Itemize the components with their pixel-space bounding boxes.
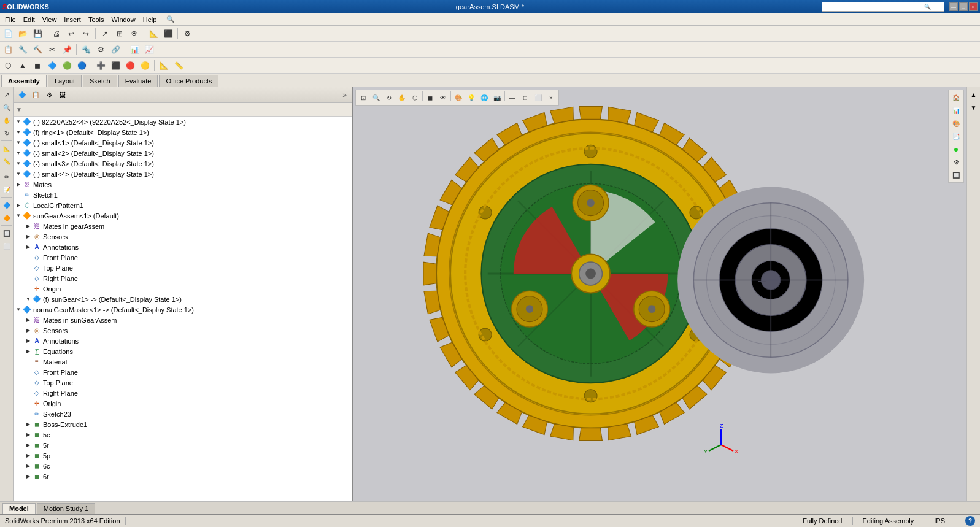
tree-toggle[interactable]: ▼ <box>15 150 22 156</box>
lt-select[interactable]: ↗ <box>1 88 13 101</box>
lt-assem[interactable]: 🔶 <box>1 212 13 224</box>
t2-btn6[interactable]: 🔩 <box>79 43 93 56</box>
vp-max[interactable]: ⬜ <box>532 91 544 104</box>
t3-btn7[interactable]: ➕ <box>94 59 107 72</box>
vp-restore[interactable]: □ <box>519 91 531 104</box>
menu-edit[interactable]: Edit <box>20 15 39 25</box>
vp-scene[interactable]: 🌐 <box>478 91 490 104</box>
tree-toggle[interactable]: ▼ <box>15 119 22 125</box>
t2-btn5[interactable]: 📌 <box>60 43 74 56</box>
menu-tools[interactable]: Tools <box>85 15 108 25</box>
rp-btn1[interactable]: ▲ <box>968 88 980 101</box>
tab-assembly[interactable]: Assembly <box>1 75 47 87</box>
t3-btn2[interactable]: ▲ <box>16 59 29 72</box>
minimize-button[interactable]: — <box>949 2 958 11</box>
t2-btn3[interactable]: 🔨 <box>31 43 44 56</box>
t3-btn6[interactable]: 🔵 <box>75 59 88 72</box>
tree-toggle[interactable]: ▶ <box>25 244 32 250</box>
toolbar-save[interactable]: 💾 <box>31 27 44 40</box>
tree-collapse[interactable]: » <box>340 91 349 99</box>
tree-item[interactable]: ✏ Sketch1 <box>14 190 352 200</box>
tab-office-products[interactable]: Office Products <box>159 75 218 87</box>
tree-item[interactable]: ▶ ∑ Equations <box>14 346 352 356</box>
tab-layout[interactable]: Layout <box>48 75 82 87</box>
toolbar-view[interactable]: 👁 <box>128 27 141 40</box>
tree-item[interactable]: ▶ ⛓ Mates in gearAssem <box>14 221 352 231</box>
tree-item[interactable]: ▶ ◼ 5p <box>14 450 352 461</box>
tree-item[interactable]: ✛ Origin <box>14 398 352 409</box>
menu-search-icon[interactable]: 🔍 <box>163 14 179 25</box>
lt-show[interactable]: ⬜ <box>1 240 13 252</box>
restore-button[interactable]: □ <box>959 2 968 11</box>
tree-item[interactable]: ◇ Front Plane <box>14 367 352 377</box>
lt-sketch[interactable]: ✏ <box>1 171 13 183</box>
tree-toggle[interactable]: ▶ <box>25 421 32 427</box>
tree-item[interactable]: ▼ 🔷 normalGearMaster<1> -> (Default<_Dis… <box>14 304 352 315</box>
search-input[interactable]: Search Commands <box>825 4 923 10</box>
toolbar-new[interactable]: 📄 <box>1 27 15 40</box>
tree-toggle[interactable]: ▶ <box>25 442 32 448</box>
tree-item[interactable]: ▶ ⛓ Mates in sunGearAssem <box>14 315 352 325</box>
tree-item[interactable]: ▼ 🔷 (-) small<1> (Default<_Display State… <box>14 137 352 148</box>
toolbar-select[interactable]: ↗ <box>98 27 112 40</box>
tree-item[interactable]: ▶ ◎ Sensors <box>14 231 352 242</box>
t3-btn4[interactable]: 🔷 <box>45 59 59 72</box>
tree-toggle[interactable]: ▶ <box>25 348 32 354</box>
vpr-chart[interactable]: 📊 <box>950 104 962 117</box>
toolbar-smart-dim[interactable]: ⬛ <box>161 27 175 40</box>
vp-zoom-to-fit[interactable]: ⊡ <box>357 91 369 104</box>
t3-btn1[interactable]: ⬡ <box>1 59 15 72</box>
tree-item[interactable]: ▶ ◼ Boss-Extrude1 <box>14 419 352 429</box>
toolbar-undo[interactable]: ↩ <box>64 27 78 40</box>
t3-btn3[interactable]: ◼ <box>31 59 44 72</box>
tree-item[interactable]: ▶ ⛓ Mates <box>14 179 352 190</box>
tab-sketch[interactable]: Sketch <box>83 75 117 87</box>
tree-hbtn-props[interactable]: 📋 <box>29 90 42 101</box>
tree-toggle[interactable]: ▶ <box>25 328 32 333</box>
vpr-home[interactable]: 🏠 <box>950 91 962 104</box>
lt-measure[interactable]: 📏 <box>1 155 13 167</box>
vpr-ref[interactable]: 🔲 <box>950 169 962 181</box>
tree-item[interactable]: ✏ Sketch23 <box>14 409 352 419</box>
menu-view[interactable]: View <box>39 15 61 25</box>
tree-item[interactable]: ▼ 🔷 (-) small<4> (Default<_Display State… <box>14 169 352 179</box>
tree-toggle[interactable]: ▶ <box>25 317 32 323</box>
tree-item[interactable]: ▼ 🔷 (-) small<2> (Default<_Display State… <box>14 148 352 158</box>
tree-item[interactable]: ▶ ◎ Sensors <box>14 325 352 336</box>
menu-help[interactable]: Help <box>139 15 161 25</box>
vp-rotate[interactable]: ↻ <box>383 91 395 104</box>
t2-btn2[interactable]: 🔧 <box>16 43 29 56</box>
tree-item[interactable]: ✛ Origin <box>14 283 352 294</box>
tree-toggle[interactable]: ▼ <box>15 213 22 218</box>
toolbar-redo[interactable]: ↪ <box>79 27 93 40</box>
vp-pan[interactable]: ✋ <box>396 91 408 104</box>
tree-toggle[interactable]: ▶ <box>15 182 22 187</box>
toolbar-print[interactable]: 🖨 <box>50 27 63 40</box>
lt-rotate[interactable]: ↻ <box>1 127 13 139</box>
vpr-color[interactable]: ● <box>950 143 962 155</box>
lt-note[interactable]: 📝 <box>1 183 13 196</box>
tree-toggle[interactable]: ▶ <box>25 463 32 469</box>
tree-toggle[interactable]: ▶ <box>25 338 32 344</box>
toolbar-options[interactable]: ⚙ <box>180 27 194 40</box>
toolbar-measure[interactable]: 📐 <box>147 27 160 40</box>
tree-toggle[interactable]: ▼ <box>15 307 22 312</box>
tree-item[interactable]: ◇ Right Plane <box>14 273 352 283</box>
tree-toggle[interactable]: ▶ <box>25 223 32 229</box>
vpr-render[interactable]: 🎨 <box>950 117 962 129</box>
vp-close[interactable]: × <box>545 91 557 104</box>
tree-item[interactable]: ▼ 🔶 sunGearAssem<1> (Default) <box>14 210 352 221</box>
tree-hbtn-parts[interactable]: 🔷 <box>16 90 28 101</box>
tree-toggle[interactable]: ▼ <box>25 296 32 302</box>
tree-item[interactable]: ▶ A Annotations <box>14 336 352 346</box>
status-help[interactable]: ? <box>965 516 975 526</box>
lt-part[interactable]: 🔷 <box>1 199 13 211</box>
lt-pan[interactable]: ✋ <box>1 114 13 126</box>
tree-toggle[interactable]: ▼ <box>15 140 22 145</box>
tree-toggle[interactable]: ▶ <box>25 453 32 458</box>
t3-btn11[interactable]: 📐 <box>157 59 171 72</box>
tree-item[interactable]: ▼ 🔷 (-) 92220A252<4> (92220A252<_Display… <box>14 117 352 127</box>
vp-light[interactable]: 💡 <box>465 91 477 104</box>
t2-btn1[interactable]: 📋 <box>1 43 15 56</box>
t3-btn12[interactable]: 📏 <box>172 59 185 72</box>
